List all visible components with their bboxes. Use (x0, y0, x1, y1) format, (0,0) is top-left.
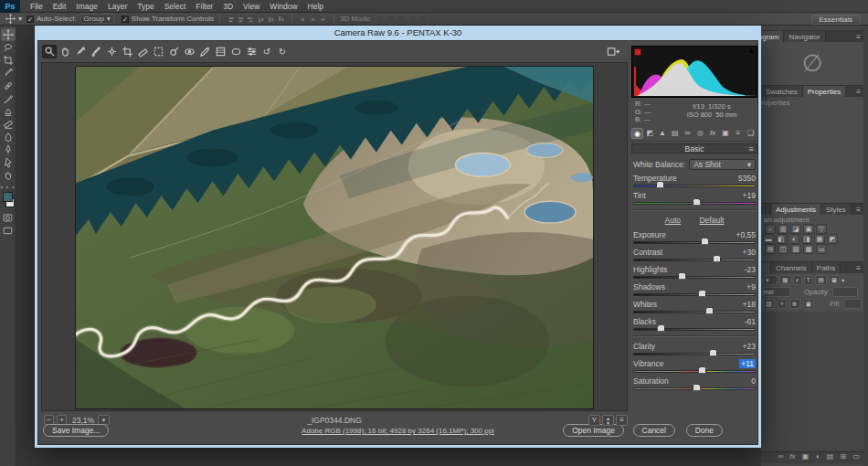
shadow-clipping-warning-icon[interactable] (634, 48, 641, 56)
clone-stamp-tool-icon[interactable] (1, 105, 16, 118)
eraser-tool-icon[interactable] (1, 118, 16, 131)
menu-help[interactable]: Help (308, 2, 323, 11)
presets-tab-icon[interactable]: ≡ (732, 128, 744, 139)
align-bottom-edges-icon[interactable] (277, 11, 285, 27)
snapshots-tab-icon[interactable]: ❏ (745, 128, 757, 139)
done-button[interactable]: Done (686, 424, 723, 437)
tab-swatches[interactable]: Swatches (761, 86, 803, 97)
tab-partial[interactable] (761, 204, 771, 215)
contrast-track[interactable] (633, 259, 756, 261)
effects-tab-icon[interactable]: fx (707, 128, 719, 139)
preview-split-toggle-icon[interactable]: Y (588, 415, 600, 426)
split-toning-tab-icon[interactable]: ═ (682, 128, 693, 139)
toggle-filmstrip-icon[interactable] (607, 45, 619, 61)
lasso-tool-icon[interactable] (1, 41, 16, 54)
menu-file[interactable]: File (30, 2, 43, 11)
crop-tool-icon[interactable] (1, 54, 16, 67)
panel-flyout-menu-icon[interactable]: ≡ (749, 144, 754, 154)
basic-tab-icon[interactable]: ◉ (631, 128, 643, 139)
cycle-preview-icon[interactable]: ▲▼ (602, 415, 614, 426)
vibrance-adjustment-icon[interactable]: ▽ (816, 224, 827, 234)
move-tool-option-icon[interactable] (3, 13, 17, 26)
show-transform-checkbox[interactable]: ✓ (122, 16, 129, 23)
layer-style-icon[interactable]: fx (789, 452, 795, 461)
selective-color-adjustment-icon[interactable]: ▭ (816, 244, 827, 254)
tint-track[interactable] (633, 202, 756, 205)
eyedropper-tool-icon[interactable] (1, 67, 16, 79)
move-tool-icon[interactable] (1, 28, 16, 41)
default-link[interactable]: Default (699, 216, 724, 225)
menu-edit[interactable]: Edit (53, 2, 67, 11)
new-group-icon[interactable]: ▤ (827, 452, 834, 461)
tab-channels[interactable]: Channels (771, 262, 812, 273)
open-image-button[interactable]: Open Image (563, 424, 624, 437)
panel-menu-icon[interactable]: ≡ (853, 204, 863, 215)
link-layers-icon[interactable]: ∞ (778, 452, 783, 461)
screen-mode-icon[interactable] (1, 224, 16, 237)
tone-curve-tab-icon[interactable]: ◩ (644, 128, 656, 139)
photo-filter-adjustment-icon[interactable]: ◨ (801, 234, 812, 244)
lens-corrections-tab-icon[interactable]: ◎ (694, 128, 706, 139)
red-eye-removal-tool-icon[interactable] (182, 45, 196, 58)
shadows-track[interactable] (633, 293, 756, 296)
gradient-map-adjustment-icon[interactable]: ▩ (803, 244, 814, 254)
posterize-adjustment-icon[interactable]: ◫ (778, 244, 789, 254)
blur-tool-icon[interactable] (1, 131, 16, 143)
panel-menu-icon[interactable]: ≡ (853, 86, 863, 97)
menu-type[interactable]: Type (137, 2, 153, 11)
vibrance-value-selected[interactable]: +11 (739, 359, 756, 368)
tab-adjustments[interactable]: Adjustments (771, 204, 821, 215)
tool-preset-arrow[interactable]: ▾ (18, 15, 22, 23)
temperature-track[interactable] (633, 185, 756, 187)
highlight-clipping-warning-icon[interactable]: ▲ (747, 47, 755, 55)
white-balance-dropdown[interactable]: As Shot ▾ (689, 159, 756, 170)
menu-image[interactable]: Image (76, 2, 98, 11)
tab-properties[interactable]: Properties (803, 86, 846, 97)
filter-pixel-layers-icon[interactable]: ▦ (779, 275, 791, 285)
toolbar-more-dots[interactable]: • • • (0, 184, 15, 190)
align-right-edges-icon[interactable] (247, 11, 255, 27)
panel-menu-icon[interactable]: ≡ (853, 262, 863, 273)
menu-filter[interactable]: Filter (196, 2, 213, 11)
brush-tool-icon[interactable] (1, 92, 16, 105)
filter-adjustment-layers-icon[interactable]: ◐ (793, 275, 802, 285)
layer-filter-kind-dropdown[interactable]: ▾ (763, 275, 778, 285)
panel-menu-icon[interactable]: ≡ (853, 31, 863, 42)
hsl-grayscale-tab-icon[interactable]: ▤ (669, 128, 681, 139)
fill-field[interactable] (843, 299, 862, 309)
distribute-centers-icon[interactable] (319, 11, 327, 27)
hue-adjustment-icon[interactable]: ▬ (763, 234, 774, 244)
adjustment-brush-tool-icon[interactable] (197, 45, 212, 58)
spot-removal-tool-icon[interactable] (166, 45, 181, 58)
exposure-adjustment-icon[interactable]: ▣ (803, 224, 814, 234)
delete-layer-icon[interactable]: ▭ (852, 452, 860, 461)
whites-track[interactable] (633, 311, 756, 313)
direct-selection-tool-icon[interactable] (1, 156, 16, 169)
menu-layer[interactable]: Layer (108, 2, 127, 11)
filter-shape-layers-icon[interactable]: ▤ (815, 275, 827, 285)
color-sampler-tool-icon[interactable] (89, 45, 103, 58)
quick-mask-icon[interactable] (1, 211, 16, 224)
camera-calibration-tab-icon[interactable]: ▣ (720, 128, 732, 139)
filter-toggle-dot[interactable]: • (842, 277, 843, 283)
distribute-horizontal-icon[interactable] (299, 11, 307, 27)
menu-window[interactable]: Window (270, 2, 297, 11)
channel-mixer-adjustment-icon[interactable]: ▦ (814, 234, 825, 244)
menu-view[interactable]: View (243, 2, 259, 11)
preview-preferences-icon[interactable]: ≡ (616, 415, 628, 426)
tab-layers-partial[interactable] (761, 262, 771, 273)
auto-link[interactable]: Auto (665, 216, 682, 225)
new-adjustment-layer-icon[interactable]: ◐ (816, 452, 820, 461)
lock-all-icon[interactable]: ▣ (803, 299, 815, 309)
color-balance-adjustment-icon[interactable]: ◧ (776, 234, 787, 244)
align-left-edges-icon[interactable] (227, 11, 235, 27)
exposure-track[interactable] (633, 241, 756, 244)
healing-brush-tool-icon[interactable] (1, 79, 16, 92)
rotate-left-icon[interactable]: ↺ (259, 45, 274, 58)
new-layer-icon[interactable]: ⊞ (841, 452, 847, 461)
auto-select-mode-dropdown[interactable]: Group▾ (80, 14, 114, 24)
graduated-filter-tool-icon[interactable] (213, 45, 228, 58)
pen-tool-icon[interactable] (1, 143, 16, 156)
filter-smart-objects-icon[interactable]: ▣ (829, 275, 841, 285)
lock-position-icon[interactable]: ⊕ (789, 299, 800, 309)
